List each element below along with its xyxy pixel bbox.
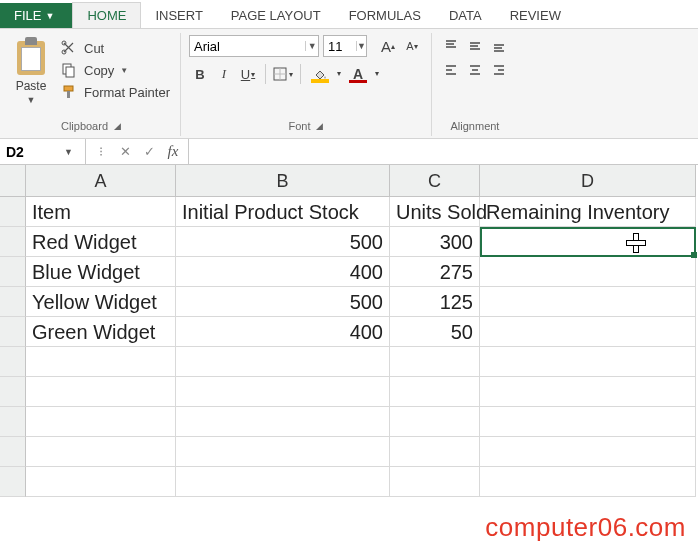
fx-icon: fx xyxy=(168,143,179,160)
divider xyxy=(300,64,301,84)
cell-d4[interactable] xyxy=(480,287,696,317)
cell-d3[interactable] xyxy=(480,257,696,287)
spreadsheet-grid[interactable]: A B C D Item Initial Product Stock Units… xyxy=(0,165,698,497)
cell[interactable] xyxy=(480,467,696,497)
cell[interactable] xyxy=(176,437,390,467)
dialog-launcher-icon[interactable]: ◢ xyxy=(114,121,121,131)
cell[interactable] xyxy=(176,407,390,437)
fx-button[interactable]: fx xyxy=(162,141,184,163)
row-header-1[interactable] xyxy=(0,197,26,227)
row-header-9[interactable] xyxy=(0,437,26,467)
underline-button[interactable]: U▾ xyxy=(237,63,259,85)
cell-d2[interactable] xyxy=(480,227,696,257)
fill-color-button[interactable]: ▾ xyxy=(307,63,333,85)
grow-font-button[interactable]: A▴ xyxy=(377,35,399,57)
cell-c2[interactable]: 300 xyxy=(390,227,480,257)
more-button[interactable]: ⁝ xyxy=(90,141,112,163)
group-label: Alignment xyxy=(451,120,500,132)
tab-page-layout[interactable]: PAGE LAYOUT xyxy=(217,3,335,28)
cell-a2[interactable]: Red Widget xyxy=(26,227,176,257)
bold-button[interactable]: B xyxy=(189,63,211,85)
caret-down-icon[interactable]: ▼ xyxy=(60,147,77,157)
row-header-10[interactable] xyxy=(0,467,26,497)
cut-button[interactable]: Cut xyxy=(58,39,172,57)
align-center-button[interactable] xyxy=(464,59,486,81)
cell-a1[interactable]: Item xyxy=(26,197,176,227)
cell-c1[interactable]: Units Sold xyxy=(390,197,480,227)
align-right-button[interactable] xyxy=(488,59,510,81)
cell[interactable] xyxy=(480,407,696,437)
formula-input[interactable] xyxy=(189,139,698,164)
caret-down-icon[interactable]: ▼ xyxy=(356,41,366,51)
borders-button[interactable]: ▾ xyxy=(272,63,294,85)
cell[interactable] xyxy=(390,347,480,377)
col-header-c[interactable]: C xyxy=(390,165,480,197)
cell[interactable] xyxy=(26,407,176,437)
cell-b2[interactable]: 500 xyxy=(176,227,390,257)
cell[interactable] xyxy=(176,347,390,377)
row-header-8[interactable] xyxy=(0,407,26,437)
cell[interactable] xyxy=(390,437,480,467)
cell[interactable] xyxy=(26,347,176,377)
cell-d1[interactable]: Remaining Inventory xyxy=(480,197,696,227)
tab-insert[interactable]: INSERT xyxy=(141,3,216,28)
font-size-combo[interactable]: ▼ xyxy=(323,35,367,57)
font-name-input[interactable] xyxy=(190,39,305,54)
cell[interactable] xyxy=(480,377,696,407)
format-painter-button[interactable]: Format Painter xyxy=(58,83,172,101)
copy-button[interactable]: Copy ▼ xyxy=(58,61,172,79)
name-box-input[interactable] xyxy=(0,144,60,160)
enter-button[interactable]: ✓ xyxy=(138,141,160,163)
cell[interactable] xyxy=(390,407,480,437)
tab-formulas[interactable]: FORMULAS xyxy=(335,3,435,28)
cell[interactable] xyxy=(176,377,390,407)
row-header-6[interactable] xyxy=(0,347,26,377)
cell[interactable] xyxy=(176,467,390,497)
cell-b4[interactable]: 500 xyxy=(176,287,390,317)
row-header-2[interactable] xyxy=(0,227,26,257)
row-header-5[interactable] xyxy=(0,317,26,347)
cancel-button[interactable]: ✕ xyxy=(114,141,136,163)
tab-review[interactable]: REVIEW xyxy=(496,3,575,28)
cell-b1[interactable]: Initial Product Stock xyxy=(176,197,390,227)
italic-button[interactable]: I xyxy=(213,63,235,85)
cell[interactable] xyxy=(26,437,176,467)
cell-a3[interactable]: Blue Widget xyxy=(26,257,176,287)
align-bottom-button[interactable] xyxy=(488,35,510,57)
cell-c3[interactable]: 275 xyxy=(390,257,480,287)
tab-data[interactable]: DATA xyxy=(435,3,496,28)
row-header-4[interactable] xyxy=(0,287,26,317)
cell-c5[interactable]: 50 xyxy=(390,317,480,347)
shrink-font-button[interactable]: A▾ xyxy=(401,35,423,57)
paste-button[interactable]: Paste ▼ xyxy=(10,35,52,118)
col-header-b[interactable]: B xyxy=(176,165,390,197)
name-box[interactable]: ▼ xyxy=(0,139,86,164)
cell[interactable] xyxy=(390,467,480,497)
cell[interactable] xyxy=(480,347,696,377)
row-header-3[interactable] xyxy=(0,257,26,287)
tab-home[interactable]: HOME xyxy=(72,2,141,28)
select-all-corner[interactable] xyxy=(0,165,26,197)
font-color-button[interactable]: A ▾ xyxy=(345,63,371,85)
cell[interactable] xyxy=(26,377,176,407)
cell-d5[interactable] xyxy=(480,317,696,347)
font-size-input[interactable] xyxy=(324,39,356,54)
cell-c4[interactable]: 125 xyxy=(390,287,480,317)
col-header-d[interactable]: D xyxy=(480,165,696,197)
cell-a5[interactable]: Green Widget xyxy=(26,317,176,347)
align-middle-button[interactable] xyxy=(464,35,486,57)
tab-file[interactable]: FILE ▼ xyxy=(0,3,72,28)
cell-b5[interactable]: 400 xyxy=(176,317,390,347)
caret-down-icon[interactable]: ▼ xyxy=(305,41,318,51)
row-header-7[interactable] xyxy=(0,377,26,407)
cell[interactable] xyxy=(26,467,176,497)
col-header-a[interactable]: A xyxy=(26,165,176,197)
cell-b3[interactable]: 400 xyxy=(176,257,390,287)
font-name-combo[interactable]: ▼ xyxy=(189,35,319,57)
align-top-button[interactable] xyxy=(440,35,462,57)
cell-a4[interactable]: Yellow Widget xyxy=(26,287,176,317)
cell[interactable] xyxy=(390,377,480,407)
align-left-button[interactable] xyxy=(440,59,462,81)
cell[interactable] xyxy=(480,437,696,467)
dialog-launcher-icon[interactable]: ◢ xyxy=(316,121,323,131)
